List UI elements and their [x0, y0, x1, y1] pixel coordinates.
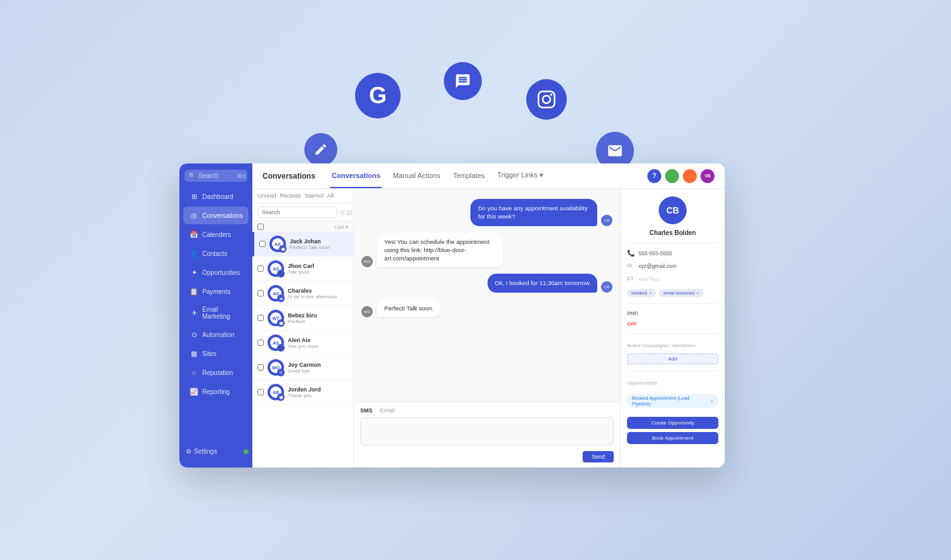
payments-icon: 📋: [190, 287, 198, 296]
create-opportunity-button[interactable]: Create Opportunity: [627, 417, 718, 429]
sidebar-item-sites[interactable]: ▦ Sites: [183, 345, 249, 362]
status-green-button[interactable]: [665, 169, 679, 183]
send-button[interactable]: Send: [583, 451, 614, 462]
sidebar-item-opportunities[interactable]: ✦ Opportunities: [183, 264, 249, 281]
conv-channel-icon: 💬: [279, 245, 287, 253]
tab-trigger-links[interactable]: Trigger Links ▾: [496, 163, 545, 188]
conv-item-checkbox[interactable]: [257, 315, 264, 321]
conv-item-checkbox[interactable]: [257, 389, 264, 395]
filter-unread[interactable]: Unread: [257, 193, 276, 203]
nav-tabs: Conversations Conversations Conversation…: [262, 163, 545, 188]
conv-item-bebez-biru[interactable]: WT 💬 Bebez biru Perfect!: [252, 306, 353, 331]
chat-input-footer: Send: [360, 451, 614, 462]
sidebar-item-payments[interactable]: 📋 Payments: [183, 283, 249, 300]
conv-search-input[interactable]: [257, 207, 337, 218]
sidebar-item-calendars[interactable]: 📅 Calenders: [183, 226, 249, 243]
conv-name: Jack Johan: [290, 238, 348, 245]
conv-item-jack-johan[interactable]: AA 💬 Jack Johan Perfect! Talk soon: [252, 232, 353, 257]
conv-avatar: WO G: [268, 359, 284, 376]
conv-avatar: AS 📞: [268, 334, 284, 351]
sidebar-search-icon: 🔍: [188, 172, 196, 179]
conv-item-jhon-carl[interactable]: AS 📞 Jhon Carl Talk soon: [252, 257, 353, 281]
add-tags-placeholder[interactable]: Add Tags: [638, 276, 659, 282]
sidebar-item-conversations[interactable]: ◎ Conversations: [183, 207, 249, 224]
sidebar-label-reporting: Reporting: [202, 388, 230, 395]
conv-item-checkbox[interactable]: [259, 241, 266, 247]
tag-booked-label: booked: [631, 290, 647, 296]
tag-email-bounced-remove[interactable]: ×: [696, 290, 699, 296]
conv-info: Jorden Jord Thank you: [288, 386, 348, 398]
opportunities-icon: ✦: [190, 268, 198, 277]
conv-preview: See you soon: [288, 343, 348, 349]
conv-item-checkbox[interactable]: [257, 265, 264, 272]
tag-icon: 🏷: [627, 275, 635, 283]
settings-item[interactable]: ⚙ Settings: [183, 445, 219, 457]
select-all-checkbox[interactable]: [257, 224, 264, 230]
copy-icon[interactable]: ⊡: [347, 209, 352, 216]
conv-item-checkbox[interactable]: [257, 340, 264, 346]
sms-tab[interactable]: SMS: [360, 407, 373, 414]
divider-1: [627, 243, 718, 243]
filter-all[interactable]: All: [327, 193, 333, 203]
conv-search-icons: ▽ ⊡: [340, 209, 352, 216]
sidebar-label-sites: Sites: [202, 350, 216, 357]
conversation-list: Unread Recents Starred All ▽ ⊡ Last ▾: [252, 189, 354, 468]
status-orange-button[interactable]: [683, 169, 697, 183]
conv-preview: Good bye: [288, 368, 348, 374]
conv-item-checkbox[interactable]: [257, 290, 264, 296]
tag-booked-remove[interactable]: ×: [649, 290, 652, 296]
conv-item-joy-carmon[interactable]: WO G Joy Carmon Good bye: [252, 355, 353, 380]
add-campaign-button[interactable]: Add: [627, 353, 718, 364]
chat-messages: Do you have any appointment availability…: [354, 189, 620, 402]
conv-avatar: AA 💬: [269, 236, 286, 252]
filter-icon[interactable]: ▽: [340, 209, 345, 216]
conv-channel-icon: 💬: [277, 393, 285, 401]
sidebar-item-automation[interactable]: ⊙ Automation: [183, 326, 249, 343]
tab-templates[interactable]: Templates: [451, 163, 486, 188]
conv-name: Bebez biru: [288, 312, 348, 319]
sidebar-item-contacts[interactable]: 👤 Contacts: [183, 245, 249, 262]
conv-preview: Perfect! Talk soon: [290, 245, 348, 250]
content-area: Unread Recents Starred All ▽ ⊡ Last ▾: [252, 189, 725, 468]
sidebar-label-opportunities: Opportunities: [202, 269, 240, 276]
automation-icon: ⊙: [190, 330, 198, 339]
contact-name: Charles Bolden: [627, 229, 718, 236]
conv-item-checkbox[interactable]: [257, 364, 264, 371]
reputation-icon: ☆: [190, 368, 198, 377]
opportunity-tag-label: Booked Appointment (Lead Pipeline): [632, 395, 708, 407]
email-icon: ✉: [627, 262, 635, 270]
dnd-label: DND: [627, 310, 638, 316]
conv-name: Joy Carmon: [288, 362, 348, 368]
settings-gear-icon: ⚙: [186, 448, 191, 455]
tab-conversations-active[interactable]: Conversations: [330, 163, 381, 188]
pencil-icon: [304, 133, 337, 166]
divider-3: [627, 333, 718, 334]
sidebar-item-reputation[interactable]: ☆ Reputation: [183, 364, 249, 381]
user-initials: VB: [704, 174, 711, 178]
user-avatar-button[interactable]: VB: [701, 169, 715, 183]
filter-starred[interactable]: Starred: [305, 193, 324, 203]
conv-item-alen-aix[interactable]: AS 📞 Alen Aix See you soon: [252, 331, 353, 355]
settings-label: Settings: [194, 448, 217, 455]
sidebar-search[interactable]: 🔍 ⌘K: [184, 170, 247, 182]
tab-manual-actions[interactable]: Manual Actions: [392, 163, 442, 188]
conv-item-jorden-jord[interactable]: AB 💬 Jorden Jord Thank you: [252, 380, 353, 405]
sidebar-item-reporting[interactable]: 📈 Reporting: [183, 383, 249, 400]
chat-input-box[interactable]: [360, 417, 614, 445]
email-tab[interactable]: Email: [380, 407, 395, 414]
instagram-icon: [526, 79, 567, 120]
help-button[interactable]: ?: [647, 169, 661, 183]
book-appointment-button[interactable]: Book Appointment: [627, 432, 718, 444]
message-bubble-2: Yes! You can schedule the appointment us…: [377, 232, 503, 268]
conv-info: Jhon Carl Talk soon: [288, 263, 348, 275]
contact-avatar-large: CB: [659, 196, 687, 224]
opportunity-tag-remove[interactable]: ×: [711, 398, 713, 404]
sites-icon: ▦: [190, 349, 198, 358]
sidebar-item-email-marketing[interactable]: ✈ Email Marketing: [183, 302, 249, 324]
filter-recents[interactable]: Recents: [280, 193, 301, 203]
chat-input-tabs: SMS Email: [360, 407, 614, 414]
sidebar-item-dashboard[interactable]: ⊞ Dashboard: [183, 188, 249, 205]
sidebar-search-input[interactable]: [198, 172, 236, 179]
conv-item-charales[interactable]: AS ✉ Charales I'll be in this afternoon: [252, 281, 353, 306]
calendar-icon: 📅: [190, 230, 198, 239]
